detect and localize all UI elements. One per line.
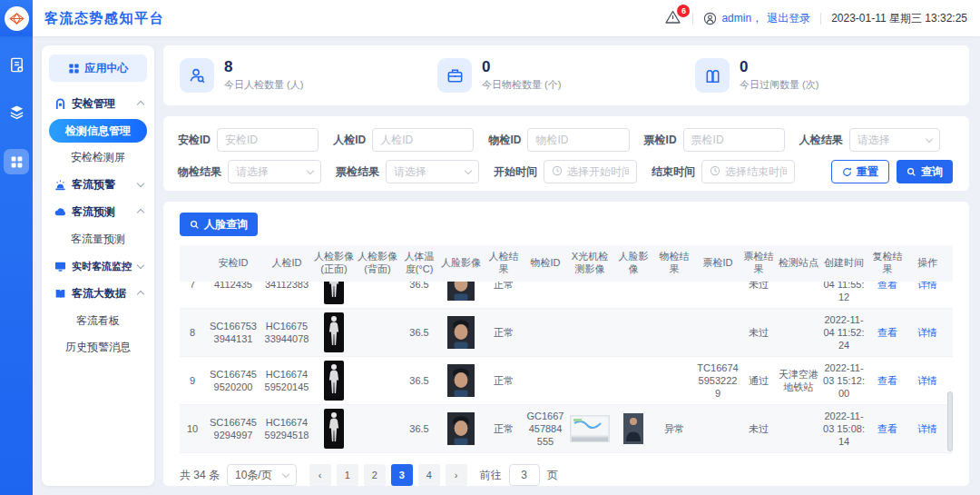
details-link[interactable]: 详情 [917,374,937,387]
table-cell: 异常 [653,405,695,452]
goto-page-input[interactable] [509,464,540,486]
column-header: 操作 [907,253,947,273]
face-query-button[interactable]: 人脸查询 [180,213,258,236]
page-button[interactable]: 2 [364,464,386,486]
person-photo-image[interactable] [623,413,643,444]
page-title: 客流态势感知平台 [44,10,164,27]
sidebar-item-security-screen[interactable]: 安检检测屏 [49,145,147,169]
next-page-button[interactable]: › [446,464,467,486]
chevron-up-icon [137,209,144,216]
sidebar-item-app-center[interactable]: 应用中心 [49,54,147,82]
stat-label: 今日人检数量 (人) [224,78,303,92]
sidebar-item-history-warnings[interactable]: 历史预警消息 [49,335,147,359]
sidebar-group-flow-bigdata[interactable]: 客流大数据 [49,281,147,306]
details-link[interactable]: 详情 [917,282,937,291]
table-cell: 34112383 [261,282,312,308]
page-button[interactable]: 1 [337,464,358,486]
logout-link[interactable]: 退出登录 [767,11,810,26]
object-result-select[interactable]: 请选择 [228,160,321,183]
column-header: 创建时间 [820,253,867,273]
refresh-icon [842,167,852,177]
chevron-up-icon [137,101,144,108]
face-image[interactable] [447,364,475,397]
face-image[interactable] [447,412,475,445]
rail-document-icon[interactable] [6,54,26,74]
rail-apps-icon[interactable] [4,149,29,174]
body-scan-image[interactable] [324,409,344,449]
filter-label: 安检ID [178,133,211,148]
view-link[interactable]: 查看 [877,374,897,387]
user-icon [703,12,717,25]
table-cell [695,405,740,452]
column-header: 人体温度(°C) [399,247,439,280]
clock-icon [710,165,720,179]
page-size-select[interactable]: 10条/页 [227,464,297,486]
sidebar-group-realtime-monitoring[interactable]: 实时客流监控 [49,253,147,279]
table-cell: 8 [180,309,205,356]
table-cell [777,309,820,356]
app-root: 客流态势感知平台 6 admin， 退出登录 2023-01-11 星期三 13… [0,0,980,495]
table-cell: 2022-11-03 15:08:14 [820,405,867,452]
table-cell: 36.5 [399,309,439,356]
table-cell [312,357,356,404]
body-scan-image[interactable] [324,312,344,352]
start-time-picker[interactable]: 选择开始时间 [544,160,637,183]
sidebar-item-flow-volume-prediction[interactable]: 客流量预测 [49,227,147,251]
prev-page-button[interactable]: ‹ [309,464,331,486]
notifications-button[interactable]: 6 [664,9,682,27]
security-id-input[interactable] [217,128,318,152]
search-icon [190,220,200,230]
sidebar-group-flow-prediction[interactable]: 客流预测 [49,199,147,224]
face-image[interactable] [447,282,475,301]
view-link[interactable]: 查看 [877,282,897,291]
sidebar-item-flow-dashboard[interactable]: 客流看板 [49,309,147,332]
object-id-input[interactable] [527,128,629,152]
table-cell [613,282,653,308]
ticket-id-input[interactable] [683,128,785,152]
xray-scan-image[interactable] [570,415,610,442]
person-id-input[interactable] [372,128,474,152]
page-button[interactable]: 3 [391,464,413,486]
rail-layers-icon[interactable] [6,102,26,122]
table-cell: 2022-11-04 11:52:24 [820,309,867,356]
group-label: 客流预测 [72,204,115,220]
details-link[interactable]: 详情 [917,326,937,339]
vertical-scrollbar[interactable] [947,391,953,451]
column-header: 人检影像(正面) [312,247,356,280]
table-cell: 查看 [867,282,907,308]
reset-button[interactable]: 重置 [831,160,889,183]
view-link[interactable]: 查看 [877,422,897,435]
filter-label: 人检ID [333,133,366,148]
table-panel: 人脸查询 安检ID人检ID人检影像(正面)人检影像(背面)人体温度(°C)人脸影… [163,202,969,486]
details-link[interactable]: 详情 [917,422,937,435]
table-cell [356,405,399,452]
stats-panel: 8 今日人检数量 (人) 0 今日物检数量 (个) 0 [163,45,969,105]
gate-icon [695,58,730,93]
chevron-down-icon [926,135,933,143]
table-cell: GC1667457884555 [524,405,566,452]
view-link[interactable]: 查看 [877,326,897,339]
face-image[interactable] [447,316,475,349]
page-button[interactable]: 4 [418,464,440,486]
end-time-picker[interactable]: 选择结束时间 [701,160,795,183]
stat-person-checks: 8 今日人检数量 (人) [180,58,437,93]
stat-label: 今日过闸数量 (次) [740,78,818,92]
table-cell: 查看 [867,309,907,356]
table-cell: 36.5 [399,282,439,308]
table-cell [312,309,356,356]
table-cell: 10 [180,405,205,452]
table-cell: 正常 [483,405,524,452]
icon-rail [0,36,33,495]
sidebar-item-detection-info[interactable]: 检测信息管理 [49,119,147,143]
ticket-result-select[interactable]: 请选择 [386,160,479,183]
query-button[interactable]: 查询 [897,160,953,183]
body-scan-image[interactable] [324,361,344,401]
sidebar-group-flow-warning[interactable]: 客流预警 [49,172,147,197]
sidebar-group-security-management[interactable]: 安检管理 [49,91,147,116]
person-result-select[interactable]: 请选择 [849,128,940,152]
table-cell: 查看 [867,405,907,452]
body-scan-image[interactable] [324,282,344,304]
search-icon [906,167,916,177]
table-cell: 详情 [907,309,947,356]
table-cell: TC1667459532229 [695,357,740,404]
